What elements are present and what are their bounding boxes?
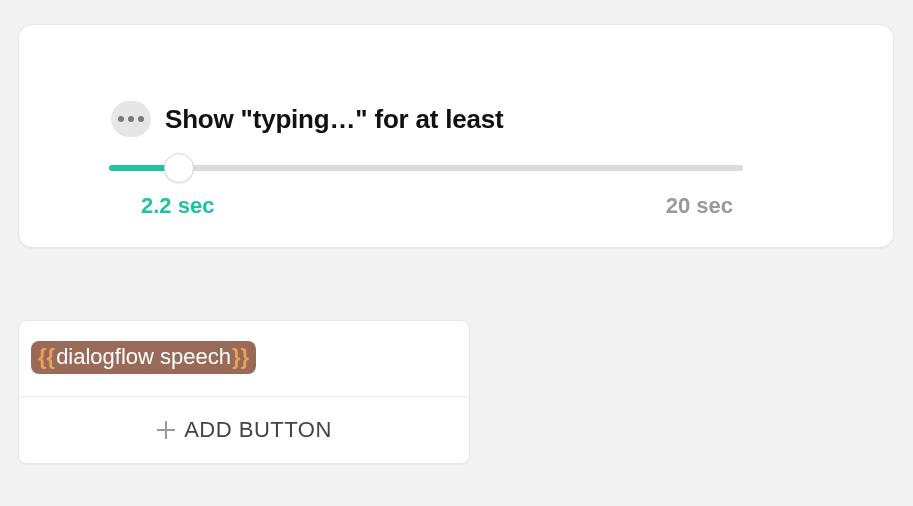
typing-title: Show "typing…" for at least — [165, 104, 504, 135]
add-button[interactable]: ADD BUTTON — [19, 397, 469, 463]
typing-delay-card: Show "typing…" for at least 2.2 sec 20 s… — [18, 24, 894, 248]
typing-header: Show "typing…" for at least — [111, 101, 504, 137]
message-card: {{dialogflow speech}} ADD BUTTON — [18, 320, 470, 464]
typing-delay-slider[interactable] — [109, 165, 743, 171]
slider-max-value: 20 sec — [666, 193, 733, 219]
plus-icon — [156, 420, 176, 440]
add-button-label: ADD BUTTON — [184, 417, 332, 443]
slider-current-value: 2.2 sec — [141, 193, 214, 219]
slider-track — [109, 165, 743, 171]
slider-thumb[interactable] — [164, 153, 194, 183]
brace-close-icon: }} — [231, 343, 250, 372]
variable-token-label: dialogflow speech — [56, 343, 231, 372]
message-text-row[interactable]: {{dialogflow speech}} — [19, 321, 469, 397]
variable-token[interactable]: {{dialogflow speech}} — [31, 341, 256, 374]
typing-dots-icon — [111, 101, 151, 137]
brace-open-icon: {{ — [37, 343, 56, 372]
